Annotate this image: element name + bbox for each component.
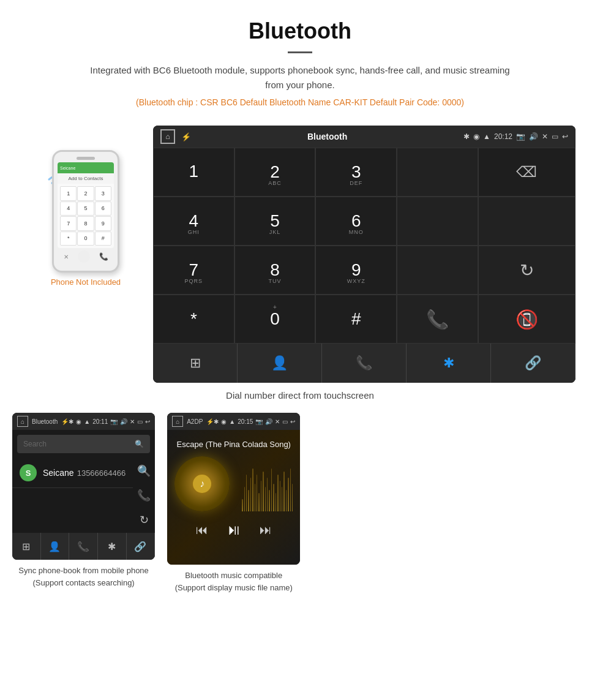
subtitle: Integrated with BC6 Bluetooth module, su… [86, 63, 514, 92]
main-section: ✱ Seicane Add to Contacts 1 2 3 4 5 [0, 126, 600, 383]
pb-nav-dialpad[interactable]: ⊞ [12, 533, 41, 560]
pb-nav-contacts[interactable]: 👤 [41, 533, 70, 560]
dialer-key-1[interactable]: 1 [60, 186, 77, 201]
dial-empty-4 [397, 246, 478, 295]
music-signal: ▲ [229, 418, 235, 425]
dialer-key-3[interactable]: 3 [95, 186, 111, 201]
home-icon[interactable]: ⌂ [160, 129, 175, 144]
prev-button[interactable]: ⏮ [196, 523, 208, 537]
music-bt-icon: ✱ [214, 418, 219, 425]
music-title-bar: A2DP [187, 418, 203, 425]
dialer-key-star[interactable]: * [60, 231, 77, 246]
dial-key-1[interactable]: 1 [153, 148, 234, 197]
pb-signal: ▲ [84, 418, 90, 425]
pb-nav-bt[interactable]: ✱ [98, 533, 127, 560]
dial-refresh[interactable]: ↻ [478, 246, 576, 295]
specs-line: (Bluetooth chip : CSR BC6 Default Blueto… [12, 97, 588, 107]
pb-close[interactable]: ✕ [130, 418, 135, 425]
page-header: Bluetooth Integrated with BC6 Bluetooth … [0, 0, 600, 126]
music-statusbar: ⌂ A2DP ⚡ ✱ ◉ ▲ 20:15 📷 🔊 ✕ ▭ ↩ [167, 413, 300, 430]
nav-calls[interactable]: 📞 [322, 344, 407, 383]
camera-icon[interactable]: 📷 [516, 132, 525, 141]
dial-key-0[interactable]: 0 + [234, 295, 316, 344]
dialer-key-2[interactable]: 2 [77, 186, 94, 201]
pb-title: Bluetooth [32, 418, 58, 425]
play-pause-button[interactable]: ⏯ [227, 521, 241, 538]
phonebook-bottom-nav: ⊞ 👤 📞 ✱ 🔗 [12, 533, 155, 560]
music-song-title: Escape (The Pina Colada Song) [177, 440, 291, 449]
dial-key-8[interactable]: 8 TUV [234, 246, 316, 295]
search-side-icon[interactable]: 🔍 [137, 464, 151, 478]
vinyl-inner: ♪ [193, 475, 211, 493]
dial-key-9[interactable]: 9 WXYZ [315, 246, 397, 295]
pb-bt-icon: ✱ [69, 418, 73, 425]
nav-contacts[interactable]: 👤 [238, 344, 322, 383]
back-icon[interactable]: ↩ [562, 132, 568, 141]
dial-call-button[interactable]: 📞 [397, 295, 478, 344]
dial-backspace[interactable]: ⌫ [478, 148, 576, 197]
contact-item[interactable]: S Seicane 13566664466 [12, 458, 133, 488]
pb-vol[interactable]: 🔊 [120, 418, 127, 425]
dial-key-3[interactable]: 3 DEF [315, 148, 397, 197]
nav-dialpad[interactable]: ⊞ [153, 344, 238, 383]
search-icon[interactable]: 🔍 [135, 440, 144, 448]
dialer-key-0[interactable]: 0 [77, 231, 94, 246]
bottom-panels: ⌂ Bluetooth ⚡ ✱ ◉ ▲ 20:11 📷 🔊 ✕ ▭ ↩ [0, 413, 600, 611]
pb-location: ◉ [76, 418, 81, 425]
dialer-key-4[interactable]: 4 [60, 201, 77, 216]
music-vol[interactable]: 🔊 [265, 418, 272, 425]
phone-bottom: ✕ 📞 [54, 248, 118, 265]
pb-win[interactable]: ▭ [137, 418, 143, 425]
dial-empty-3 [478, 197, 576, 246]
pb-time: 20:11 [92, 418, 108, 425]
next-button[interactable]: ⏭ [260, 523, 272, 537]
music-location: ◉ [221, 418, 227, 425]
pb-home-icon[interactable]: ⌂ [17, 416, 28, 427]
dialer-key-5[interactable]: 5 [77, 201, 94, 216]
car-bottom-nav: ⊞ 👤 📞 ✱ 🔗 [153, 344, 576, 383]
music-close[interactable]: ✕ [275, 418, 280, 425]
pb-back[interactable]: ↩ [145, 418, 150, 425]
dial-key-star[interactable]: * [153, 295, 234, 344]
music-back[interactable]: ↩ [290, 418, 295, 425]
search-bar[interactable]: Search 🔍 [17, 435, 150, 453]
dialer-key-8[interactable]: 8 [77, 216, 94, 231]
phone-screen: Seicane Add to Contacts 1 2 3 4 5 6 7 8 … [58, 162, 114, 248]
dial-key-4[interactable]: 4 GHI [153, 197, 234, 246]
window-icon[interactable]: ▭ [552, 132, 558, 141]
refresh-side-icon[interactable]: ↻ [140, 513, 149, 527]
phone-mock: Seicane Add to Contacts 1 2 3 4 5 6 7 8 … [52, 150, 119, 273]
dial-hangup-button[interactable]: 📵 [478, 295, 576, 344]
dialer-key-9[interactable]: 9 [95, 216, 111, 231]
equalizer [242, 456, 293, 511]
statusbar-right: ✱ ◉ ▲ 20:12 📷 🔊 ✕ ▭ ↩ [463, 132, 568, 141]
volume-icon[interactable]: 🔊 [529, 132, 538, 141]
title-divider [288, 51, 312, 53]
music-caption: Bluetooth music compatible (Support disp… [167, 565, 300, 598]
dial-key-hash[interactable]: # [315, 295, 397, 344]
pb-camera[interactable]: 📷 [110, 418, 118, 425]
search-placeholder: Search [23, 440, 47, 448]
music-home-icon[interactable]: ⌂ [172, 416, 183, 427]
dial-key-5[interactable]: 5 JKL [234, 197, 316, 246]
dialer-key-6[interactable]: 6 [95, 201, 111, 216]
call-side-icon[interactable]: 📞 [137, 489, 151, 502]
music-camera[interactable]: 📷 [255, 418, 263, 425]
signal-icon: ▲ [483, 132, 490, 141]
music-win[interactable]: ▭ [282, 418, 288, 425]
close-icon[interactable]: ✕ [542, 132, 548, 141]
dialer-key-hash[interactable]: # [95, 231, 111, 246]
phonebook-panel: ⌂ Bluetooth ⚡ ✱ ◉ ▲ 20:11 📷 🔊 ✕ ▭ ↩ [12, 413, 155, 560]
pb-nav-calls[interactable]: 📞 [69, 533, 98, 560]
nav-link[interactable]: 🔗 [491, 344, 576, 383]
dial-key-2[interactable]: 2 ABC [234, 148, 316, 197]
music-controls: ⏮ ⏯ ⏭ [196, 521, 272, 538]
dialer-key-7[interactable]: 7 [60, 216, 77, 231]
phone-not-included: Phone Not Included [51, 277, 121, 287]
pb-nav-link[interactable]: 🔗 [127, 533, 156, 560]
dial-key-7[interactable]: 7 PQRS [153, 246, 234, 295]
dial-key-6[interactable]: 6 MNO [315, 197, 397, 246]
nav-bluetooth[interactable]: ✱ [407, 344, 491, 383]
statusbar-left: ⌂ ⚡ [160, 129, 191, 144]
contact-avatar: S [20, 464, 37, 481]
